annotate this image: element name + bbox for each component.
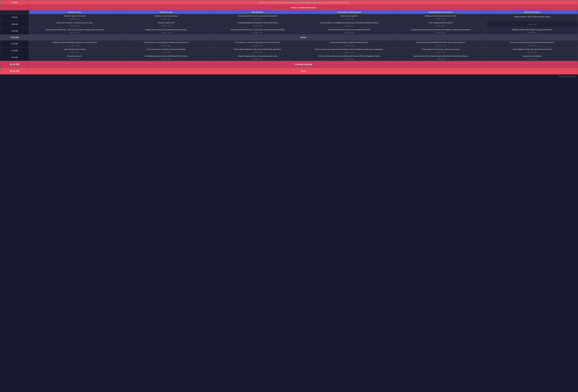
- row-1115: 11:15 AM Building a smarter organization…: [0, 40, 578, 47]
- end-time: 01:00 PM: [0, 68, 29, 74]
- time-930: 9:30 AM: [0, 14, 29, 21]
- opening-keynote-row: 9:00AM Opening Keynote: Reinvent your bu…: [0, 0, 578, 5]
- session-1215-analyst: End-to-end ML and data science workflows…: [303, 54, 395, 61]
- session-1215-technical: Accelerating your data journey with AWS …: [120, 54, 212, 61]
- session-1000-industry: LEVEL 100: [486, 21, 578, 28]
- break-row-1100: 11:00 AM Break: [0, 35, 578, 40]
- session-1215-datadev: Migrate critical applications to increas…: [212, 54, 303, 61]
- session-1030-business: Data and the C-suite/S-team : How do you…: [29, 28, 120, 34]
- tracks-header-label: Tracks & Breakout Sessions: [29, 5, 578, 10]
- session-1115-mgmt: Securing personally identifiable informa…: [395, 40, 486, 47]
- session-1145-analyst: Discover, query, and analyze third party…: [303, 47, 395, 54]
- session-1145-datadev: Build scalable applications with purpose…: [212, 47, 303, 54]
- time-1115: 11:15 AM: [0, 40, 29, 47]
- col-header-time-empty: [0, 10, 29, 14]
- session-1115-analyst: Using natural language to answer busines…: [303, 40, 395, 47]
- closing-keynote-time: 12:45 PM: [0, 61, 29, 68]
- session-1115-industry: Ryanair uses machine learning to innovat…: [486, 40, 578, 47]
- tracks-time-empty: [0, 5, 29, 10]
- time-1000: 10:00 AM: [0, 21, 29, 28]
- closing-keynote-label: Closing Keynote: [29, 61, 578, 68]
- col-header-mgmt: Data Management Professional: [395, 10, 486, 14]
- session-930-technical: Building a modern data strategy LEVEL 10…: [120, 14, 212, 21]
- time-1145: 11:45 AM: [0, 47, 29, 54]
- row-1000: 10:00 AM Data-driven enterprise : Going …: [0, 21, 578, 28]
- session-1000-technical: Analytics market trends LEVEL 100: [120, 21, 212, 28]
- session-1000-mgmt: Data management best practices LEVEL 200: [395, 21, 486, 28]
- col-header-data-dev: Data Developer: [212, 10, 303, 14]
- column-headers-row: Business Leader Technical Leader Data De…: [0, 10, 578, 14]
- session-1215-business: ML at Amazon.com LEVEL 100: [29, 54, 120, 61]
- session-930-analyst: Machine Learning for All LEVEL 200: [303, 14, 395, 21]
- break-label: Break: [29, 35, 578, 40]
- session-1215-mgmt: Ingest real-time data for batch analytic…: [395, 54, 486, 61]
- session-1000-analyst: Unlock insights in your applications usi…: [303, 21, 395, 28]
- session-1030-datadev: Amazon OpenSearch Service : Open-source …: [212, 28, 303, 34]
- tracks-header-row: Tracks & Breakout Sessions: [0, 5, 578, 10]
- session-1215-industry: Supply chain and logistics LEVEL 100: [486, 54, 578, 61]
- session-1115-datadev: Run inference on real-time data streams …: [212, 40, 303, 47]
- session-1115-technical: Unify data silos by connecting and shari…: [120, 40, 212, 47]
- session-1145-technical: Invent experiences and optimize processe…: [120, 47, 212, 54]
- footer-text: *Agenda subject to change: [0, 74, 578, 79]
- row-1215: 12:15 PM ML at Amazon.com LEVEL 100 Acce…: [0, 54, 578, 61]
- col-header-industry: Industry Innovations: [486, 10, 578, 14]
- session-1030-technical: Modern data architecture to accelerate y…: [120, 28, 212, 34]
- opening-keynote-text: Opening Keynote: Reinvent your business …: [29, 0, 578, 5]
- col-header-analyst: Data Analyst + BI Professional: [303, 10, 395, 14]
- session-930-industry: Rethink possible : AWS for Data innovati…: [486, 14, 578, 21]
- session-1145-industry: Data strategies to build a life sciences…: [486, 47, 578, 54]
- time-1215: 12:15 PM: [0, 54, 29, 61]
- session-1030-mgmt: Centralize governance for your data lake…: [395, 28, 486, 34]
- session-1030-analyst: Generate ML predictions with no code sol…: [303, 28, 395, 34]
- session-1145-mgmt: Prepare data for ML with ease, speed, an…: [395, 47, 486, 54]
- session-1145-business: High-velocity decision making LEVEL 100: [29, 47, 120, 54]
- session-1115-business: Building a smarter organization powered …: [29, 40, 120, 47]
- row-1030: 10:30 AM Data and the C-suite/S-team : H…: [0, 28, 578, 34]
- schedule-table: 9:00AM Opening Keynote: Reinvent your bu…: [0, 0, 578, 78]
- opening-keynote-time: 9:00AM: [0, 0, 29, 5]
- session-1000-datadev: Accelerate application development with …: [212, 21, 303, 28]
- col-header-technical: Technical Leader: [120, 10, 212, 14]
- session-1000-business: Data-driven enterprise : Going from visi…: [29, 21, 120, 28]
- row-1145: 11:45 AM High-velocity decision making L…: [0, 47, 578, 54]
- end-row: 01:00 PM End: [0, 68, 578, 74]
- session-930-mgmt: Building a modern data architecture on A…: [395, 14, 486, 21]
- footer-row: *Agenda subject to change: [0, 74, 578, 79]
- closing-keynote-row: 12:45 PM Closing Keynote: [0, 61, 578, 68]
- time-1030: 10:30 AM: [0, 28, 29, 34]
- session-930-datadev: Getting started with serverless analytic…: [212, 14, 303, 21]
- session-1030-industry: Building a modern data strategy to impro…: [486, 28, 578, 34]
- session-930-business: Amazon's culture of innovation LEVEL 100: [29, 14, 120, 21]
- col-header-business: Business Leader: [29, 10, 120, 14]
- break-time: 11:00 AM: [0, 35, 29, 40]
- end-label: End: [29, 68, 578, 74]
- row-930: 9:30 AM Amazon's culture of innovation L…: [0, 14, 578, 21]
